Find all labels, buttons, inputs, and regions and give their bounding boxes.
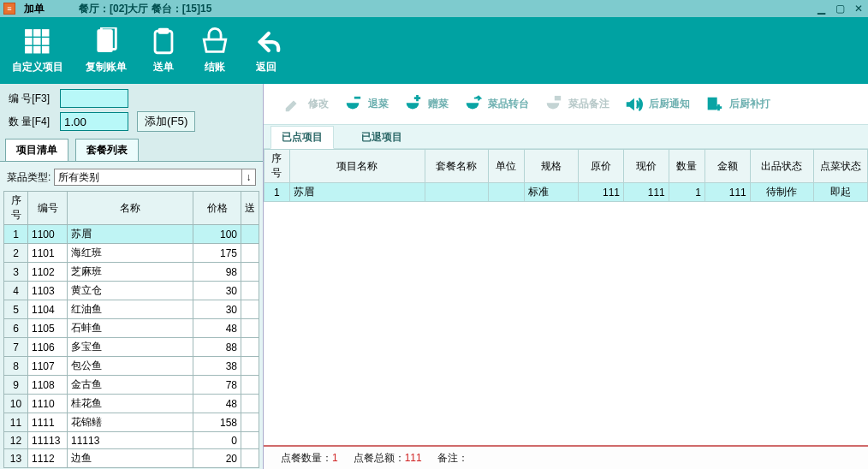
svg-rect-4 bbox=[34, 38, 40, 44]
chevron-down-icon: ↓ bbox=[241, 169, 255, 185]
table-row[interactable]: 131112边鱼20 bbox=[4, 449, 259, 468]
col: 原价 bbox=[579, 150, 624, 183]
svg-rect-5 bbox=[43, 38, 49, 44]
action-reprint[interactable]: 后厨补打 bbox=[702, 95, 770, 114]
main-toolbar: 自定义项目 复制账单 送单 结账 返回 bbox=[0, 17, 868, 84]
window-title: 加单 bbox=[24, 2, 45, 16]
window-subtitle: 餐厅：[02]大厅 餐台：[15]15 bbox=[79, 2, 211, 16]
add-button[interactable]: 添加(F5) bbox=[137, 111, 195, 132]
table-row[interactable]: 101110桂花鱼48 bbox=[4, 395, 259, 413]
toolbar-back[interactable]: 返回 bbox=[252, 27, 281, 74]
code-label: 编 号[F3] bbox=[9, 92, 60, 106]
toolbar-checkout[interactable]: 结账 bbox=[200, 27, 229, 74]
right-toolbar: 修改 退菜 赠菜 菜品转台 菜品备注 后厨通知 后厨补打 bbox=[264, 84, 868, 125]
toolbar-copy[interactable]: 复制账单 bbox=[86, 27, 127, 74]
clipboard-icon bbox=[149, 27, 178, 56]
category-label: 菜品类型: bbox=[7, 170, 51, 185]
toolbar-checkout-label: 结账 bbox=[205, 60, 225, 74]
table-row[interactable]: 81107包公鱼38 bbox=[4, 357, 259, 376]
svg-rect-0 bbox=[26, 29, 32, 35]
col: 数量 bbox=[669, 150, 705, 183]
app-logo-icon: ≡ bbox=[3, 3, 15, 15]
svg-rect-2 bbox=[43, 29, 49, 35]
qty-input[interactable] bbox=[60, 112, 128, 131]
action-gift[interactable]: 赠菜 bbox=[401, 95, 449, 114]
table-row[interactable]: 91108金古鱼78 bbox=[4, 376, 259, 395]
table-row[interactable]: 71106多宝鱼88 bbox=[4, 338, 259, 357]
pencil-icon bbox=[281, 95, 305, 114]
toolbar-send-label: 送单 bbox=[153, 60, 174, 74]
tab-combo-list[interactable]: 套餐列表 bbox=[75, 139, 139, 161]
col-idx: 序号 bbox=[4, 192, 28, 225]
table-row[interactable]: 51104红油鱼30 bbox=[4, 300, 259, 319]
svg-rect-13 bbox=[354, 96, 360, 98]
action-return[interactable]: 退菜 bbox=[341, 95, 389, 114]
toolbar-custom[interactable]: 自定义项目 bbox=[12, 27, 63, 74]
maximize-icon[interactable]: ▢ bbox=[830, 1, 849, 16]
close-icon[interactable]: ✕ bbox=[849, 1, 868, 16]
svg-rect-14 bbox=[555, 95, 561, 100]
col: 单位 bbox=[488, 150, 524, 183]
category-combo[interactable]: 所有类别 ↓ bbox=[54, 169, 256, 186]
qty-label: 数 量[F4] bbox=[9, 115, 60, 129]
code-input[interactable] bbox=[60, 89, 128, 108]
bowl-arrow-icon bbox=[461, 95, 485, 114]
ordered-table[interactable]: 序号项目名称套餐名称单位规格原价现价数量金额出品状态点菜状态 1苏眉标准1111… bbox=[264, 149, 868, 202]
speaker-icon bbox=[621, 95, 645, 114]
toolbar-send[interactable]: 送单 bbox=[149, 27, 178, 74]
status-qty-value: 1 bbox=[332, 452, 338, 464]
action-transfer[interactable]: 菜品转台 bbox=[461, 95, 529, 114]
tab-ordered[interactable]: 已点项目 bbox=[271, 126, 334, 149]
col-name: 名称 bbox=[68, 192, 193, 225]
table-row[interactable]: 31102芝麻班98 bbox=[4, 263, 259, 282]
col: 金额 bbox=[705, 150, 750, 183]
col-extra: 送 bbox=[241, 192, 259, 225]
status-remark-label: 备注： bbox=[437, 451, 468, 466]
table-row[interactable]: 41103黄立仓30 bbox=[4, 282, 259, 300]
table-row[interactable]: 111111花锦鳝158 bbox=[4, 413, 259, 432]
table-row[interactable]: 11100苏眉100 bbox=[4, 225, 259, 244]
col: 序号 bbox=[265, 150, 290, 183]
col-price: 价格 bbox=[193, 192, 241, 225]
status-qty-label: 点餐数量： bbox=[281, 452, 332, 464]
col: 套餐名称 bbox=[425, 150, 488, 183]
tab-item-list[interactable]: 项目清单 bbox=[5, 139, 68, 161]
left-panel: 编 号[F3] 数 量[F4] 添加(F5) 项目清单 套餐列表 菜品类型: 所… bbox=[0, 84, 264, 469]
table-row[interactable]: 61105石蚌鱼48 bbox=[4, 319, 259, 338]
minimize-icon[interactable]: ▁ bbox=[812, 1, 830, 16]
right-panel: 修改 退菜 赠菜 菜品转台 菜品备注 后厨通知 后厨补打 已点项目 已退项目 序… bbox=[264, 84, 868, 469]
doc-plus-icon bbox=[702, 95, 726, 114]
bowl-plus-icon bbox=[401, 95, 425, 114]
item-table[interactable]: 序号 编号 名称 价格 送 11100苏眉10021101海红班17531102… bbox=[3, 191, 259, 468]
action-remark[interactable]: 菜品备注 bbox=[541, 95, 609, 114]
category-value: 所有类别 bbox=[58, 170, 99, 185]
svg-rect-8 bbox=[43, 46, 49, 52]
col: 项目名称 bbox=[289, 150, 425, 183]
bowl-tag-icon bbox=[541, 95, 565, 114]
grid-icon bbox=[23, 27, 52, 56]
col-code: 编号 bbox=[28, 192, 68, 225]
svg-rect-6 bbox=[26, 46, 32, 52]
copy-icon bbox=[92, 27, 121, 56]
basket-icon bbox=[200, 27, 229, 56]
col: 出品状态 bbox=[750, 150, 813, 183]
col: 规格 bbox=[524, 150, 578, 183]
status-total-value: 111 bbox=[405, 452, 422, 464]
toolbar-copy-label: 复制账单 bbox=[86, 60, 127, 74]
svg-rect-7 bbox=[34, 46, 40, 52]
col: 现价 bbox=[624, 150, 669, 183]
table-row[interactable]: 21101海红班175 bbox=[4, 244, 259, 263]
svg-rect-12 bbox=[158, 28, 168, 33]
action-notify[interactable]: 后厨通知 bbox=[621, 95, 690, 114]
toolbar-back-label: 返回 bbox=[256, 60, 276, 74]
status-total-label: 点餐总额： bbox=[354, 452, 405, 464]
table-row[interactable]: 1211113111130 bbox=[4, 432, 259, 449]
title-bar: ≡ 加单 餐厅：[02]大厅 餐台：[15]15 ▁ ▢ ✕ bbox=[0, 0, 868, 17]
svg-rect-11 bbox=[155, 31, 172, 53]
back-arrow-icon bbox=[252, 27, 281, 56]
table-row[interactable]: 1苏眉标准1111111111待制作即起 bbox=[265, 183, 868, 202]
tab-returned[interactable]: 已退项目 bbox=[351, 127, 413, 148]
toolbar-custom-label: 自定义项目 bbox=[12, 60, 63, 74]
status-bar: 点餐数量：1 点餐总额：111 备注： bbox=[264, 445, 868, 469]
action-edit[interactable]: 修改 bbox=[281, 95, 329, 114]
